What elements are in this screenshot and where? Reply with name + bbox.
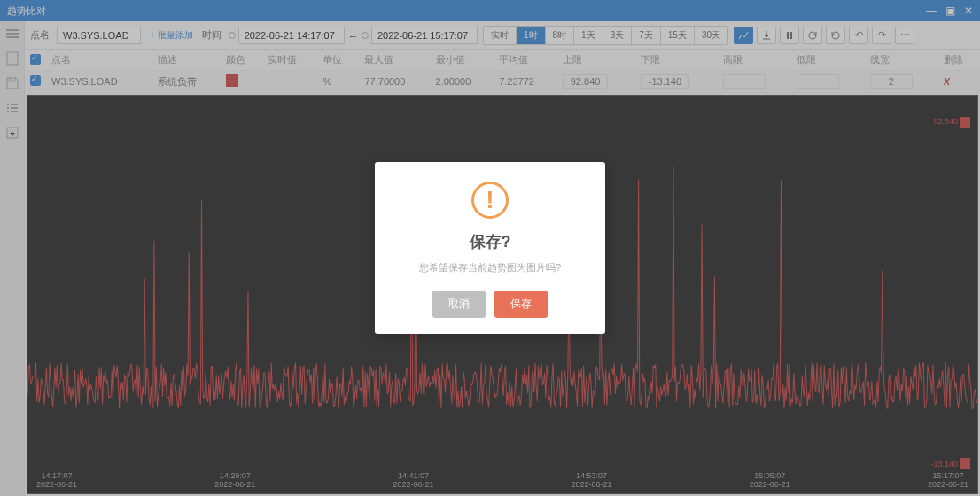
confirm-button[interactable]: 保存 bbox=[494, 291, 548, 318]
save-dialog: ! 保存? 您希望保存当前趋势图为图片吗? 取消 保存 bbox=[375, 162, 605, 334]
warning-icon: ! bbox=[471, 182, 509, 219]
modal-overlay[interactable]: ! 保存? 您希望保存当前趋势图为图片吗? 取消 保存 bbox=[0, 0, 980, 496]
dialog-message: 您希望保存当前趋势图为图片吗? bbox=[391, 261, 589, 275]
cancel-button[interactable]: 取消 bbox=[432, 291, 486, 318]
dialog-title: 保存? bbox=[391, 231, 589, 252]
